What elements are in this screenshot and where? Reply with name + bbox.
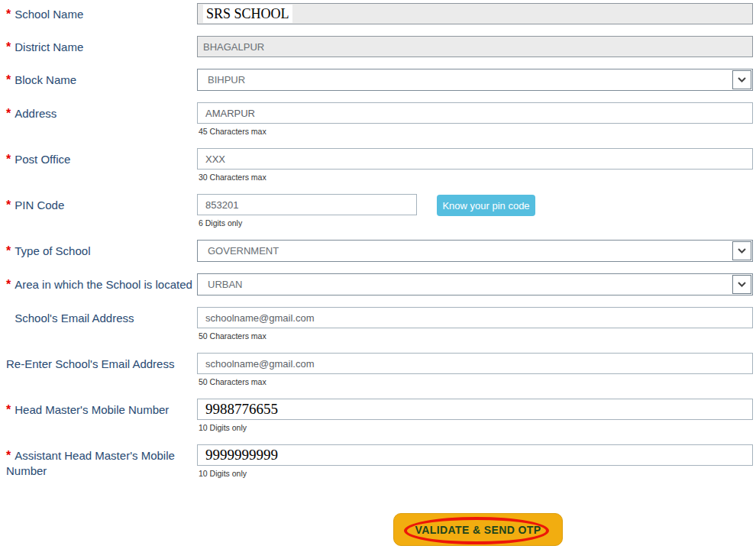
- type-of-school-select[interactable]: GOVERNMENT: [197, 240, 753, 262]
- post-office-input[interactable]: [197, 148, 753, 170]
- block-name-select[interactable]: BIHPUR: [197, 69, 753, 91]
- required-asterisk: *: [6, 8, 11, 21]
- email-label-text: School's Email Address: [15, 312, 134, 325]
- type-of-school-selected-value: GOVERNMENT: [208, 245, 279, 257]
- ahm-mobile-label: *Assistant Head Master's Mobile Number: [6, 448, 195, 479]
- pin-code-label: *PIN Code: [6, 198, 195, 213]
- chevron-down-icon[interactable]: [732, 275, 751, 294]
- email-hint: 50 Characters max: [199, 331, 267, 341]
- area-select[interactable]: URBAN: [197, 273, 753, 295]
- know-your-pin-code-button[interactable]: Know your pin code: [437, 195, 535, 216]
- required-asterisk: *: [6, 40, 11, 53]
- type-of-school-label: *Type of School: [6, 244, 195, 259]
- required-asterisk: *: [6, 449, 11, 462]
- validate-send-otp-button[interactable]: VALIDATE & SEND OTP: [393, 513, 563, 546]
- pin-code-hint: 6 Digits only: [199, 218, 242, 228]
- district-name-field: BHAGALPUR: [197, 36, 753, 57]
- email-label: *School's Email Address: [6, 311, 195, 326]
- email-input[interactable]: [197, 307, 753, 328]
- block-name-label: *Block Name: [6, 73, 195, 88]
- area-label: *Area in which the School is located: [6, 277, 195, 292]
- required-asterisk: *: [6, 73, 11, 86]
- block-name-label-text: Block Name: [15, 73, 76, 86]
- pin-code-input[interactable]: [197, 194, 417, 215]
- ahm-mobile-label-text: Assistant Head Master's Mobile Number: [6, 449, 175, 477]
- hm-mobile-hint: 10 Digits only: [199, 423, 247, 432]
- school-name-label: *School Name: [6, 7, 195, 22]
- hm-mobile-input[interactable]: [197, 399, 753, 420]
- hm-mobile-label-text: Head Master's Mobile Number: [15, 403, 169, 416]
- reenter-email-label-text: Re-Enter School's Email Address: [6, 357, 174, 370]
- required-asterisk: *: [6, 278, 11, 291]
- district-name-label: *District Name: [6, 40, 195, 55]
- reenter-email-input[interactable]: [197, 353, 753, 374]
- post-office-label: *Post Office: [6, 152, 195, 167]
- district-name-label-text: District Name: [15, 40, 83, 53]
- required-asterisk: *: [6, 107, 11, 120]
- block-name-selected-value: BIHPUR: [208, 74, 245, 86]
- school-registration-form: *School Name SRS SCHOOL *District Name B…: [0, 0, 756, 549]
- type-of-school-label-text: Type of School: [15, 244, 90, 257]
- area-label-text: Area in which the School is located: [15, 278, 192, 291]
- school-name-label-text: School Name: [15, 8, 83, 21]
- address-hint: 45 Characters max: [199, 127, 267, 136]
- area-selected-value: URBAN: [208, 279, 243, 290]
- reenter-email-hint: 50 Characters max: [199, 377, 267, 386]
- post-office-label-text: Post Office: [15, 153, 70, 166]
- address-label-text: Address: [15, 107, 57, 120]
- hm-mobile-label: *Head Master's Mobile Number: [6, 402, 195, 418]
- address-input[interactable]: [197, 102, 753, 124]
- school-name-value: SRS SCHOOL: [203, 5, 292, 23]
- chevron-down-icon[interactable]: [732, 70, 751, 89]
- chevron-down-icon[interactable]: [732, 241, 751, 260]
- required-asterisk: *: [6, 244, 11, 257]
- required-asterisk: *: [6, 153, 11, 166]
- address-label: *Address: [6, 106, 195, 121]
- post-office-hint: 30 Characters max: [199, 173, 267, 182]
- required-asterisk: *: [6, 199, 11, 212]
- pin-code-label-text: PIN Code: [15, 199, 64, 212]
- school-name-field[interactable]: SRS SCHOOL: [197, 3, 753, 24]
- district-name-value: BHAGALPUR: [203, 41, 264, 53]
- ahm-mobile-input[interactable]: [197, 444, 753, 466]
- reenter-email-label: Re-Enter School's Email Address: [6, 357, 195, 372]
- required-asterisk: *: [6, 403, 11, 416]
- ahm-mobile-hint: 10 Digits only: [199, 469, 247, 478]
